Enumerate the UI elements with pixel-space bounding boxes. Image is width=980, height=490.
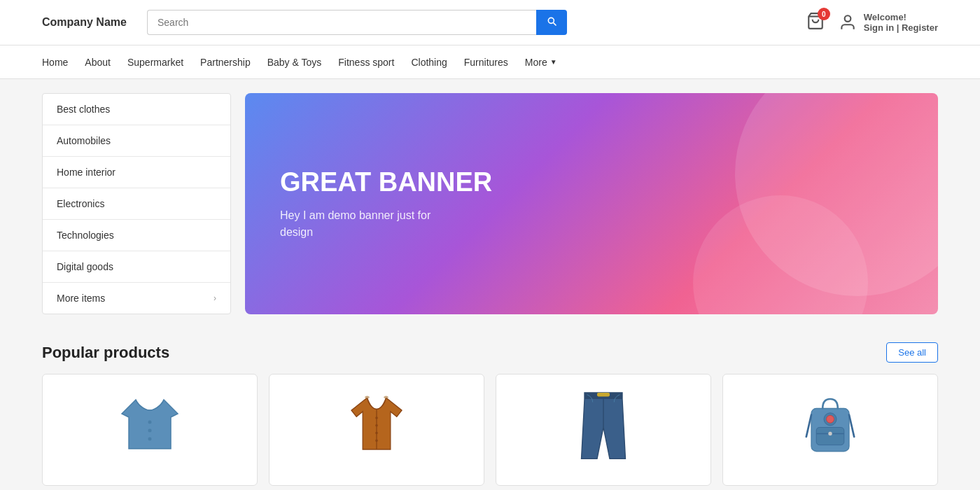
svg-point-2 xyxy=(148,421,152,424)
sidebar-item-label: Digital goods xyxy=(57,261,113,272)
user-text: Welcome! Sign in | Register xyxy=(864,12,938,33)
nav-item-baby[interactable]: Baby & Toys xyxy=(267,54,322,71)
arrow-icon: › xyxy=(214,293,216,303)
product-image-jeans xyxy=(561,386,645,463)
svg-point-15 xyxy=(827,415,834,423)
nav-more-label: More xyxy=(525,57,547,68)
sidebar-item-label: Technologies xyxy=(57,230,114,241)
products-grid xyxy=(42,374,938,486)
svg-point-4 xyxy=(148,438,152,441)
svg-point-7 xyxy=(375,432,378,435)
product-card-bag[interactable] xyxy=(722,374,938,486)
search-icon xyxy=(546,15,557,27)
sidebar-item-electronics[interactable]: Electronics xyxy=(43,188,230,220)
nav-item-supermarket[interactable]: Supermarket xyxy=(127,54,183,71)
search-bar xyxy=(147,10,567,35)
popular-products-title: Popular products xyxy=(42,344,169,362)
sidebar-item-label: More items xyxy=(57,293,105,304)
svg-point-6 xyxy=(375,424,378,427)
product-image-jacket xyxy=(335,386,419,463)
sidebar-item-home-interior[interactable]: Home interior xyxy=(43,157,230,188)
cart-badge: 0 xyxy=(818,8,830,20)
logo: Company Name xyxy=(42,16,133,29)
nav-item-furnitures[interactable]: Furnitures xyxy=(464,54,508,71)
user-icon xyxy=(839,13,857,31)
sidebar-item-best-clothes[interactable]: Best clothes xyxy=(43,94,230,125)
product-card-shirt[interactable] xyxy=(42,374,258,486)
sidebar-item-automobiles[interactable]: Automobiles xyxy=(43,125,230,157)
search-input[interactable] xyxy=(147,10,536,35)
nav-item-about[interactable]: About xyxy=(85,54,111,71)
svg-rect-12 xyxy=(816,428,844,445)
search-button[interactable] xyxy=(536,10,567,35)
banner-subtitle: Hey I am demo banner just for design xyxy=(280,207,462,241)
main-content: Best clothes Automobiles Home interior E… xyxy=(0,79,980,328)
product-card-jeans[interactable] xyxy=(496,374,711,486)
sidebar-item-technologies[interactable]: Technologies xyxy=(43,220,230,251)
product-card-jacket[interactable] xyxy=(269,374,484,486)
svg-point-8 xyxy=(375,440,378,442)
sidebar-item-label: Automobiles xyxy=(57,135,111,146)
svg-point-10 xyxy=(602,393,605,396)
popular-header: Popular products See all xyxy=(42,342,938,363)
product-image-shirt xyxy=(108,386,192,463)
sidebar: Best clothes Automobiles Home interior E… xyxy=(42,93,231,314)
nav-more-dropdown[interactable]: More ▼ xyxy=(525,57,557,68)
nav-item-partnership[interactable]: Partnership xyxy=(200,54,251,71)
header: Company Name 0 Welcome! Sign in | xyxy=(0,0,980,46)
nav-item-fitness[interactable]: Fitness sport xyxy=(338,54,394,71)
nav-item-home[interactable]: Home xyxy=(42,54,68,71)
nav-item-clothing[interactable]: Clothing xyxy=(411,54,447,71)
welcome-label: Welcome! xyxy=(864,12,938,22)
sidebar-item-label: Electronics xyxy=(57,198,104,209)
svg-point-13 xyxy=(828,432,832,435)
banner-title: GREAT BANNER xyxy=(280,167,903,197)
svg-point-5 xyxy=(375,416,378,419)
hero-banner: GREAT BANNER Hey I am demo banner just f… xyxy=(245,93,938,314)
header-right: 0 Welcome! Sign in | Register xyxy=(806,12,938,33)
sidebar-item-label: Home interior xyxy=(57,167,115,178)
sidebar-item-digital-goods[interactable]: Digital goods xyxy=(43,251,230,283)
cart-icon-wrap[interactable]: 0 xyxy=(806,12,825,33)
sidebar-item-label: Best clothes xyxy=(57,104,110,115)
navigation: Home About Supermarket Partnership Baby … xyxy=(0,46,980,79)
user-section[interactable]: Welcome! Sign in | Register xyxy=(839,12,938,33)
svg-point-1 xyxy=(844,15,850,22)
chevron-down-icon: ▼ xyxy=(550,58,557,66)
product-image-bag xyxy=(788,386,872,463)
sign-in-label: Sign in | Register xyxy=(864,22,938,33)
popular-products-section: Popular products See all xyxy=(0,328,980,490)
svg-point-3 xyxy=(148,429,152,433)
see-all-button[interactable]: See all xyxy=(886,342,938,363)
sidebar-item-more-items[interactable]: More items › xyxy=(43,283,230,314)
